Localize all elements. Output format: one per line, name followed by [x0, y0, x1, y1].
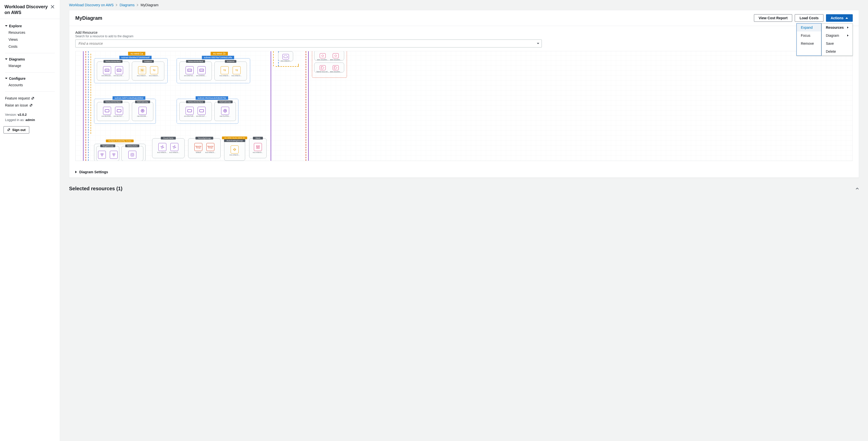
eni-icon[interactable]: [197, 66, 206, 74]
security-group-group[interactable]: SecurityGroup Security Groupdefault Secu…: [188, 138, 221, 158]
diagram-canvas[interactable]: eu-west-1a eu-west-1b subnet-05e96e37260…: [75, 51, 853, 161]
view-cost-report-button[interactable]: View Cost Report: [754, 14, 793, 22]
route-table-group[interactable]: RouteTable ecs-refarch... ecs-refarch...: [152, 138, 185, 158]
raise-issue-link[interactable]: Raise an issue: [5, 102, 55, 109]
menu-remove[interactable]: Remove: [797, 39, 821, 47]
actions-menu-col1: Expand Focus Remove: [797, 23, 822, 56]
menu-save[interactable]: Save: [822, 39, 852, 47]
nacl-icon[interactable]: [128, 151, 136, 159]
svg-point-18: [100, 154, 102, 155]
sidebar: Workload Discovery on AWS Explore Resour…: [0, 0, 60, 441]
nav-explore-header[interactable]: Explore: [5, 23, 55, 29]
svg-rect-26: [256, 145, 259, 146]
close-sidebar-button[interactable]: [50, 4, 55, 9]
autoscaling-icon[interactable]: [230, 145, 239, 154]
tag-icon[interactable]: [333, 65, 339, 70]
nat-gateway-icon[interactable]: [221, 107, 229, 115]
caret-down-icon: [5, 78, 7, 79]
menu-resources[interactable]: Resources: [822, 24, 852, 32]
group-label: Multiple Availability Zones: [106, 139, 133, 142]
ec2-instance-icon[interactable]: T2: [150, 66, 158, 74]
svg-point-21: [112, 154, 114, 155]
ec2-instance-icon[interactable]: T2: [138, 66, 146, 74]
group-label: NetworkInterface: [103, 101, 123, 103]
add-resource-help: Search for a resource to add to the diag…: [75, 34, 853, 38]
breadcrumb-root[interactable]: Workload Discovery on AWS: [69, 3, 114, 7]
subnet-group[interactable]: NetworkInterface eni-06295f6a... eni-0e1…: [94, 99, 156, 124]
eni-icon[interactable]: [186, 66, 194, 74]
subnet-group[interactable]: NetworkInterface eni-0407eecd... eni-049…: [177, 58, 250, 83]
eni-icon[interactable]: [186, 107, 194, 115]
feature-request-link[interactable]: Feature request: [5, 95, 55, 102]
actions-button[interactable]: Actions: [826, 14, 853, 22]
nav-configure-header[interactable]: Configure: [5, 75, 55, 81]
ec2-instance-icon[interactable]: T2: [221, 66, 229, 74]
page-title: MyDiagram: [75, 15, 102, 21]
cloudformation-icon[interactable]: [320, 53, 326, 58]
svg-rect-28: [258, 147, 259, 148]
svg-point-29: [322, 67, 322, 68]
svg-point-25: [131, 154, 133, 156]
svg-point-4: [118, 70, 119, 71]
route-table-icon[interactable]: [158, 143, 166, 151]
sign-out-button[interactable]: Sign out: [3, 126, 29, 134]
svg-point-20: [101, 155, 102, 156]
nav-diagrams-header[interactable]: Diagrams: [5, 56, 55, 62]
stack-icon[interactable]: [254, 143, 262, 151]
subnet-group[interactable]: NetworkInterface eni-05d7ef66... eni-061…: [177, 99, 238, 124]
nav-resources[interactable]: Resources: [8, 29, 55, 36]
route-table-icon[interactable]: [170, 143, 178, 151]
menu-delete[interactable]: Delete: [822, 47, 852, 56]
group-label: RouteTable: [161, 137, 176, 139]
target-group-icon[interactable]: [98, 151, 106, 159]
sidebar-meta: Version: v2.0.2 Logged in as: admin: [0, 113, 60, 123]
subnet-group[interactable]: NetworkInterface eni-0f9bd2b7... eni-0c1…: [94, 58, 167, 83]
cloud-box[interactable]: ecs-refarch...: [278, 51, 293, 61]
menu-focus[interactable]: Focus: [797, 32, 821, 39]
nat-gateway-icon[interactable]: [138, 107, 147, 115]
selected-resources-title: Selected resources (1): [69, 186, 122, 192]
add-resource-search-input[interactable]: [75, 39, 542, 47]
caret-down-icon: [5, 25, 7, 27]
tag-icon[interactable]: [320, 65, 326, 70]
cloud-icon[interactable]: [282, 54, 289, 60]
nav-manage[interactable]: Manage: [8, 62, 55, 69]
svg-rect-27: [256, 147, 258, 148]
nav-accounts[interactable]: Accounts: [8, 81, 55, 89]
eni-icon[interactable]: [115, 66, 123, 74]
maz-group[interactable]: Multiple Availability Zones TargetGroup …: [94, 144, 146, 161]
asg-group[interactable]: eu-west-1a,eu-west-1b AutoScalingGroup e…: [224, 141, 245, 161]
group-label: TargetGroup: [100, 144, 115, 147]
nav-costs[interactable]: Costs: [8, 43, 55, 50]
nav-views[interactable]: Views: [8, 36, 55, 43]
svg-point-2: [107, 70, 108, 71]
svg-rect-12: [105, 109, 109, 112]
svg-point-11: [202, 70, 203, 71]
security-group-icon[interactable]: Security Group: [194, 143, 203, 151]
external-link-icon: [30, 104, 33, 107]
triangle-right-icon: [75, 171, 77, 173]
far-group[interactable]: aws-cloudfor... aws-cloudfor... Name=ecs…: [312, 51, 347, 78]
diagram-settings-toggle[interactable]: Diagram Settings: [69, 167, 859, 177]
selected-resources-header[interactable]: Selected resources (1): [60, 181, 868, 192]
external-link-icon: [31, 97, 34, 100]
cloudformation-icon[interactable]: [333, 53, 339, 58]
eni-icon[interactable]: [115, 107, 123, 115]
svg-rect-3: [117, 69, 121, 71]
target-group-icon[interactable]: [110, 151, 118, 159]
group-label: eu-west-1a,eu-west-1b: [222, 136, 247, 139]
eni-icon[interactable]: [197, 107, 206, 115]
ec2-instance-icon[interactable]: T2: [232, 66, 241, 74]
security-group-icon[interactable]: Security Group: [206, 143, 214, 151]
eni-icon[interactable]: [103, 107, 111, 115]
dropdown-caret-icon[interactable]: [537, 43, 539, 44]
stack-group[interactable]: Stack ecs-refarch...: [249, 138, 267, 158]
menu-expand[interactable]: Expand: [797, 24, 821, 32]
load-costs-button[interactable]: Load Costs: [795, 14, 823, 22]
breadcrumb-diagrams[interactable]: Diagrams: [120, 3, 134, 7]
chevron-right-icon: [847, 34, 848, 36]
svg-rect-9: [199, 69, 204, 71]
menu-diagram[interactable]: Diagram: [822, 32, 852, 39]
svg-point-22: [114, 154, 115, 155]
eni-icon[interactable]: [103, 66, 111, 74]
